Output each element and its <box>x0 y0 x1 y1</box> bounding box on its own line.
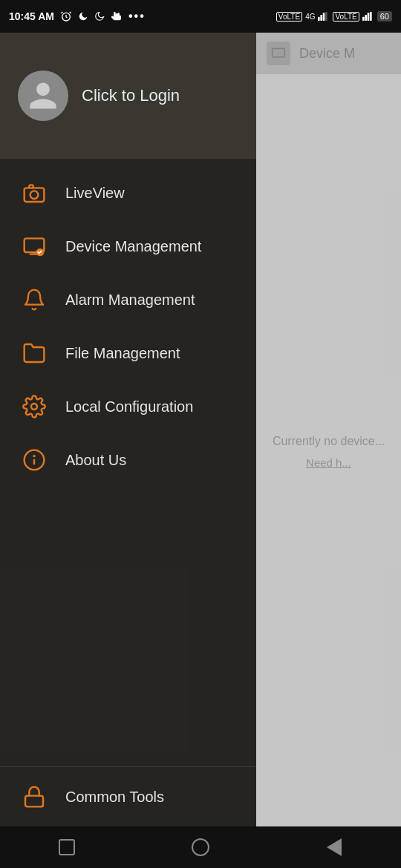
main-layout: Click to Login LiveView <box>0 33 401 826</box>
sidebar-item-alarm-management-label: Alarm Management <box>65 292 195 309</box>
common-tools-label: Common Tools <box>65 789 164 806</box>
sidebar-drawer: Click to Login LiveView <box>0 33 256 826</box>
square-icon <box>59 839 75 855</box>
liveview-icon <box>21 180 48 206</box>
alarm-management-icon <box>21 286 48 313</box>
svg-rect-8 <box>370 12 372 21</box>
file-management-icon <box>21 340 48 366</box>
signal-4g: 4G <box>305 13 315 21</box>
svg-point-10 <box>30 191 39 199</box>
svg-rect-3 <box>323 13 325 21</box>
sidebar-item-device-management[interactable]: Device Management <box>0 220 256 273</box>
svg-point-13 <box>31 404 37 410</box>
back-icon <box>327 838 342 856</box>
dots-menu: ••• <box>128 10 146 23</box>
volte2-icon: VoLTE <box>333 12 359 22</box>
svg-rect-5 <box>362 17 365 21</box>
profile-area[interactable]: Click to Login <box>0 33 256 159</box>
nav-list: LiveView Device Management <box>0 159 256 766</box>
time-display: 10:45 AM <box>9 10 54 22</box>
status-right-icons: VoLTE 4G VoLTE 60 <box>276 11 392 22</box>
gesture-icon <box>111 10 123 22</box>
signal-bars-2 <box>362 12 374 21</box>
home-button[interactable] <box>182 829 219 866</box>
user-icon <box>27 79 59 112</box>
volte-icon: VoLTE <box>276 12 302 22</box>
about-us-icon <box>21 447 48 473</box>
svg-rect-17 <box>25 796 43 807</box>
battery-display: 60 <box>377 11 392 22</box>
login-label: Click to Login <box>82 86 180 105</box>
right-panel: Device M Currently no device... Need h..… <box>256 33 401 826</box>
svg-rect-4 <box>325 12 327 21</box>
local-configuration-icon <box>21 393 48 420</box>
alarm-status-icon <box>60 10 72 22</box>
sidebar-item-about-us[interactable]: About Us <box>0 433 256 487</box>
bottom-navigation <box>0 826 401 868</box>
avatar <box>18 70 68 121</box>
recent-apps-button[interactable] <box>48 829 85 866</box>
svg-rect-2 <box>321 15 323 21</box>
circle-icon <box>192 838 209 856</box>
svg-rect-6 <box>365 15 367 21</box>
svg-rect-7 <box>367 13 369 21</box>
sidebar-item-liveview[interactable]: LiveView <box>0 166 256 220</box>
sidebar-item-file-management-label: File Management <box>65 345 180 362</box>
status-bar: 10:45 AM ••• VoLTE 4G VoLTE <box>0 0 401 33</box>
sidebar-item-device-management-label: Device Management <box>65 238 201 255</box>
device-management-icon <box>21 233 48 260</box>
sidebar-item-local-configuration[interactable]: Local Configuration <box>0 380 256 433</box>
svg-rect-1 <box>318 17 320 21</box>
sidebar-item-alarm-management[interactable]: Alarm Management <box>0 273 256 326</box>
sidebar-item-about-us-label: About Us <box>65 452 126 469</box>
signal-bars-1 <box>318 12 330 21</box>
common-tools-icon <box>21 783 48 810</box>
sidebar-item-file-management[interactable]: File Management <box>0 326 256 380</box>
svg-rect-9 <box>25 188 45 202</box>
moon2-icon <box>94 11 105 22</box>
common-tools-item[interactable]: Common Tools <box>0 766 256 826</box>
overlay <box>256 33 401 826</box>
sidebar-item-local-configuration-label: Local Configuration <box>65 398 193 415</box>
back-button[interactable] <box>316 829 353 866</box>
status-time-area: 10:45 AM ••• <box>9 10 146 23</box>
moon-icon <box>78 11 88 22</box>
sidebar-item-liveview-label: LiveView <box>65 185 125 202</box>
